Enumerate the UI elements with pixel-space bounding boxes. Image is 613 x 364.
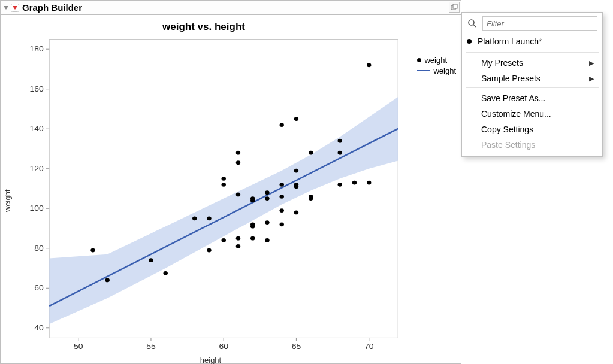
bullet-icon [467,39,472,44]
svg-point-58 [279,195,283,199]
chart-title: weight vs. height [1,21,407,33]
scatter-plot[interactable]: 4060801001201401601805055606570 [14,33,461,356]
y-axis-label: weight [1,33,14,364]
svg-point-38 [207,216,211,220]
svg-point-65 [294,117,298,121]
menu-sample-presets[interactable]: Sample Presets ▶ [466,71,599,86]
svg-point-46 [236,151,240,155]
svg-point-42 [236,244,240,248]
svg-text:55: 55 [146,342,156,351]
line-icon [417,70,430,71]
svg-point-60 [279,123,283,127]
legend-label: weight [433,66,456,75]
menu-separator [466,52,599,53]
x-axis-label: height [14,356,407,364]
svg-text:80: 80 [34,244,44,253]
svg-rect-2 [453,4,457,8]
svg-point-35 [163,271,167,275]
svg-point-63 [294,183,298,187]
chevron-right-icon: ▶ [589,75,594,83]
svg-text:60: 60 [34,284,44,292]
preset-context-menu: Platform Launch* My Presets ▶ Sample Pre… [461,12,603,157]
chevron-right-icon: ▶ [589,59,594,67]
svg-text:50: 50 [74,342,83,351]
svg-text:40: 40 [34,324,44,332]
svg-point-71 [338,139,342,143]
svg-point-53 [265,220,269,225]
svg-point-44 [236,193,240,197]
panel-header: Graph Builder [1,1,461,15]
svg-point-59 [279,183,283,187]
svg-point-54 [265,196,269,201]
svg-point-73 [367,63,371,67]
menu-item-label: Customize Menu... [481,109,551,119]
menu-paste-settings: Paste Settings [466,137,599,153]
menu-lead-label: Platform Launch* [478,37,542,46]
menu-item-label: Copy Settings [481,125,533,134]
svg-text:180: 180 [30,45,44,53]
svg-point-34 [149,258,153,262]
svg-point-56 [279,222,283,226]
disclosure-toggle-icon[interactable] [2,4,10,12]
svg-point-45 [236,160,240,165]
svg-marker-30 [49,97,398,324]
legend-item-points[interactable]: weight [417,54,456,65]
svg-point-48 [250,222,255,226]
svg-line-76 [473,25,476,27]
svg-text:140: 140 [30,125,44,133]
red-triangle-menu-icon[interactable] [10,3,20,13]
svg-point-64 [294,169,298,173]
svg-point-52 [265,238,269,242]
svg-point-69 [338,183,342,187]
svg-line-31 [49,129,398,306]
dot-icon [417,58,421,62]
svg-point-74 [367,181,371,185]
graph-builder-panel: Graph Builder weight vs. height weight w… [0,0,461,364]
svg-point-40 [221,183,225,187]
menu-customize-menu[interactable]: Customize Menu... [466,106,599,122]
menu-item-label: My Presets [481,58,523,68]
svg-point-75 [469,20,474,25]
svg-point-39 [221,238,225,242]
svg-text:100: 100 [30,204,44,213]
svg-point-33 [105,278,109,283]
svg-point-57 [279,208,283,213]
svg-text:160: 160 [30,85,44,93]
svg-point-67 [309,195,313,199]
svg-point-41 [221,177,225,181]
menu-lead-item[interactable]: Platform Launch* [466,34,599,51]
legend-label: weight [424,56,447,65]
svg-point-32 [90,248,95,253]
menu-item-label: Paste Settings [481,140,535,150]
svg-point-36 [192,216,197,220]
menu-my-presets[interactable]: My Presets ▶ [466,55,599,71]
svg-point-68 [309,151,313,155]
search-icon [467,18,478,29]
filter-input[interactable] [482,16,597,31]
popout-button[interactable] [449,2,460,13]
svg-text:120: 120 [30,165,44,173]
svg-point-72 [352,181,357,185]
legend: weight weight [417,54,456,76]
panel-title: Graph Builder [22,2,82,13]
svg-text:60: 60 [219,342,228,351]
svg-point-70 [338,151,342,155]
chart-area: weight vs. height weight weight weight 4… [1,15,461,363]
menu-item-label: Sample Presets [481,74,540,83]
menu-separator [466,87,599,88]
menu-copy-settings[interactable]: Copy Settings [466,122,599,137]
svg-text:70: 70 [364,342,374,351]
svg-point-50 [250,236,255,241]
svg-point-55 [265,190,269,195]
svg-point-61 [294,211,298,215]
legend-item-fit[interactable]: weight [417,65,456,76]
svg-text:65: 65 [292,342,301,351]
svg-point-37 [207,248,211,253]
svg-point-51 [250,196,255,201]
menu-save-preset-as[interactable]: Save Preset As... [466,90,599,106]
menu-item-label: Save Preset As... [481,93,545,103]
svg-point-43 [236,236,240,241]
